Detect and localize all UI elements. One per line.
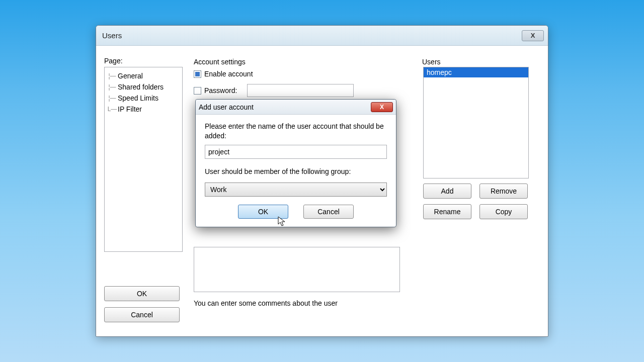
page-label: Page: bbox=[104, 57, 123, 65]
page-tree[interactable]: ¦—General ¦—Shared folders ¦—Speed Limit… bbox=[104, 67, 183, 252]
tree-item-speed-limits[interactable]: ¦—Speed Limits bbox=[107, 93, 180, 104]
dialog-titlebar[interactable]: Add user account X bbox=[196, 100, 396, 115]
tree-item-general[interactable]: ¦—General bbox=[107, 70, 180, 81]
enable-account-label: Enable account bbox=[204, 70, 253, 78]
enable-account-row[interactable]: Enable account bbox=[194, 70, 253, 78]
close-icon: X bbox=[380, 104, 384, 111]
window-title: Users bbox=[100, 31, 522, 40]
group-select[interactable]: Work bbox=[205, 183, 387, 197]
password-input[interactable] bbox=[247, 84, 354, 97]
comments-hint: You can enter some comments about the us… bbox=[194, 299, 338, 307]
add-user-dialog: Add user account X Please enter the name… bbox=[195, 99, 396, 227]
dialog-title: Add user account bbox=[199, 103, 371, 111]
copy-button[interactable]: Copy bbox=[479, 204, 528, 219]
users-listbox[interactable]: homepc bbox=[423, 67, 529, 178]
dialog-body: Please enter the name of the user accoun… bbox=[196, 115, 396, 227]
dialog-actions: OK Cancel bbox=[205, 205, 387, 219]
enable-account-checkbox[interactable] bbox=[194, 70, 201, 78]
dialog-close-button[interactable]: X bbox=[371, 102, 393, 112]
titlebar[interactable]: Users X bbox=[96, 26, 548, 46]
add-button[interactable]: Add bbox=[423, 184, 471, 199]
username-input[interactable] bbox=[205, 145, 387, 159]
tree-item-ip-filter[interactable]: L—IP Filter bbox=[107, 104, 180, 115]
close-icon: X bbox=[531, 32, 535, 39]
users-list-label: Users bbox=[422, 58, 441, 66]
password-row: Password: bbox=[194, 84, 354, 97]
dialog-prompt: Please enter the name of the user accoun… bbox=[205, 122, 387, 141]
password-checkbox[interactable] bbox=[194, 87, 201, 95]
ok-button[interactable]: OK bbox=[104, 286, 180, 301]
dialog-cancel-button[interactable]: Cancel bbox=[303, 205, 354, 219]
remove-button[interactable]: Remove bbox=[479, 184, 528, 199]
password-label: Password: bbox=[204, 86, 237, 95]
rename-button[interactable]: Rename bbox=[423, 204, 471, 219]
cancel-button[interactable]: Cancel bbox=[104, 307, 180, 322]
account-settings-label: Account settings bbox=[194, 58, 246, 66]
comments-textarea[interactable] bbox=[194, 247, 400, 292]
dialog-ok-button[interactable]: OK bbox=[238, 205, 288, 219]
group-label: User should be member of the following g… bbox=[205, 167, 387, 176]
close-button[interactable]: X bbox=[522, 30, 544, 41]
tree-item-shared-folders[interactable]: ¦—Shared folders bbox=[107, 81, 180, 93]
user-item-homepc[interactable]: homepc bbox=[424, 67, 528, 77]
